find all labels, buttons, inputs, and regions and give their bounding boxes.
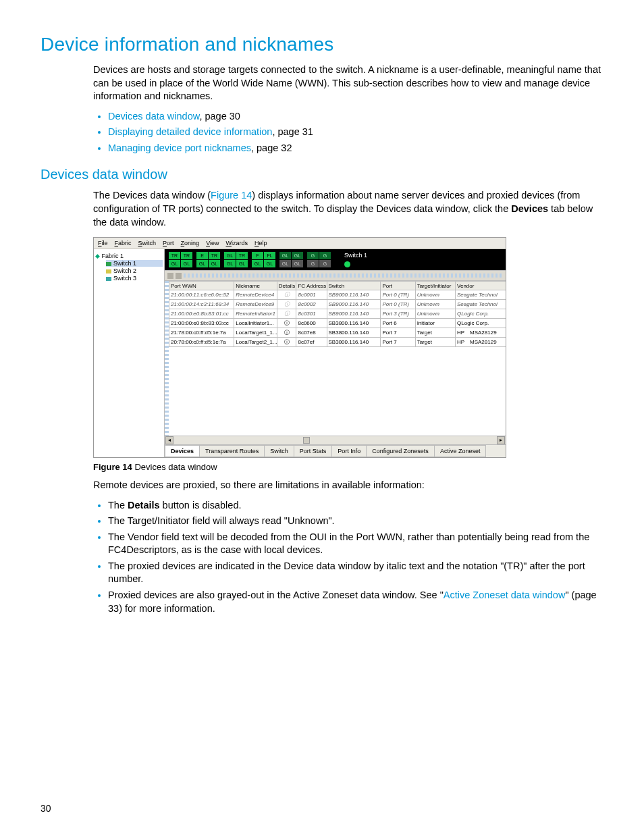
toc-list: Devices data window, page 30Displaying d… (93, 110, 603, 155)
switch-port[interactable]: GL (279, 260, 291, 267)
switch-port[interactable]: F (252, 252, 263, 259)
tab-devices[interactable]: Devices (165, 445, 200, 457)
column-header[interactable]: Switch (327, 282, 381, 290)
table-cell: 8c0002 (296, 300, 327, 309)
data-window-tabs: DevicesTransparent RoutesSwitchPort Stat… (165, 444, 506, 457)
tab-configured-zonesets[interactable]: Configured Zonesets (366, 445, 435, 457)
menu-fabric[interactable]: Fabric (115, 240, 132, 246)
switch-port[interactable]: GL (181, 260, 192, 267)
menu-view[interactable]: View (206, 240, 219, 246)
table-row[interactable]: 21:00:00:e0:8b:83:01:ccRemoteInitiator1ⓘ… (169, 309, 506, 319)
switch-port[interactable]: GL (196, 260, 208, 267)
tree-switch-node[interactable]: Switch 3 (106, 275, 163, 282)
switch-port[interactable]: GL (252, 260, 263, 267)
switch-port[interactable]: G (307, 260, 319, 267)
table-cell: 8c0301 (296, 309, 327, 319)
figure-14-link[interactable]: Figure 14 (211, 190, 252, 201)
switch-port[interactable]: GL (292, 252, 303, 259)
tab-transparent-routes[interactable]: Transparent Routes (199, 445, 265, 457)
horizontal-scrollbar[interactable]: ◂ ▸ (165, 436, 506, 444)
tab-switch[interactable]: Switch (264, 445, 294, 457)
table-cell: LocalTarget2_1... (234, 338, 277, 347)
menubar: FileFabricSwitchPortZoningViewWizardsHel… (94, 238, 506, 249)
switch-port[interactable]: GL (279, 252, 291, 259)
table-cell: 21:00:00:11:c6:e6:0e:52 (169, 290, 234, 300)
page-number: 30 (41, 803, 51, 814)
switch-port[interactable]: G (319, 260, 331, 267)
figure-14-caption: Figure 14 Devices data window (93, 462, 603, 472)
switch-port[interactable]: FL (264, 252, 275, 259)
table-cell: Target (415, 328, 455, 338)
switch-port[interactable]: E (196, 252, 208, 259)
column-header[interactable]: FC Address (296, 282, 327, 290)
table-cell: Port 7 (381, 338, 415, 347)
column-header[interactable]: Details (277, 282, 296, 290)
column-header[interactable]: Target/Initiator (415, 282, 455, 290)
table-row[interactable]: 21:00:00:e0:8b:83:03:ccLocalInitiator1..… (169, 319, 506, 328)
details-button[interactable]: ⓘ (277, 319, 296, 328)
details-button[interactable]: ⓘ (277, 328, 296, 338)
switch-port[interactable]: TR (169, 252, 180, 259)
tree-fabric-node[interactable]: ◆ Fabric 1 (95, 253, 163, 259)
table-cell: Port 0 (TR) (381, 300, 415, 309)
table-cell: 21:00:00:e0:8b:83:03:cc (169, 319, 234, 328)
tab-active-zoneset[interactable]: Active Zoneset (434, 445, 487, 457)
toc-link[interactable]: Displaying detailed device information (108, 126, 272, 137)
details-button: ⓘ (277, 300, 296, 309)
switch-port[interactable]: G (319, 252, 331, 259)
menu-help[interactable]: Help (254, 240, 267, 246)
limitation-item: Proxied devices are also grayed-out in t… (108, 589, 603, 615)
switch-port[interactable]: GL (264, 260, 275, 267)
tab-port-stats[interactable]: Port Stats (294, 445, 333, 457)
switch-port[interactable]: GL (292, 260, 303, 267)
tree-switch-node[interactable]: Switch 1 (106, 260, 163, 267)
toolbar-icon[interactable] (167, 273, 173, 279)
intro-paragraph: Devices are hosts and storage targets co… (93, 63, 603, 103)
table-cell: 21:78:00:c0:ff:d5:1e:7a (169, 328, 234, 338)
table-cell: 21:00:00:e0:8b:83:01:cc (169, 309, 234, 319)
column-header[interactable]: Port WWN (169, 282, 234, 290)
scroll-right-icon[interactable]: ▸ (497, 436, 505, 444)
table-cell: QLogic Corp. (456, 309, 506, 319)
column-header[interactable]: Vendor (456, 282, 506, 290)
switch-port[interactable]: GL (209, 260, 220, 267)
table-cell: Port 3 (TR) (381, 309, 415, 319)
menu-switch[interactable]: Switch (138, 240, 157, 246)
grid-mini-toolbar (165, 270, 506, 281)
table-row[interactable]: 20:78:00:c0:ff:d5:1e:7aLocalTarget2_1...… (169, 338, 506, 347)
toc-link[interactable]: Managing device port nicknames (108, 142, 251, 153)
switch-port[interactable]: GL (224, 252, 236, 259)
table-row[interactable]: 21:00:00:14:c3:11:69:34RemoteDevice9ⓘ8c0… (169, 300, 506, 309)
switch-port[interactable]: TR (209, 252, 220, 259)
toolbar-icon[interactable] (176, 273, 182, 279)
switch-port[interactable]: GL (224, 260, 236, 267)
menu-zoning[interactable]: Zoning (181, 240, 200, 246)
column-header[interactable]: Port (381, 282, 415, 290)
table-cell: SB3800.116.140 (327, 338, 381, 347)
switch-port[interactable]: GL (236, 260, 248, 267)
menu-port[interactable]: Port (163, 240, 174, 246)
switch-port[interactable]: GL (169, 260, 180, 267)
toc-link[interactable]: Devices data window (108, 111, 199, 122)
figure-14-app-window: FileFabricSwitchPortZoningViewWizardsHel… (93, 237, 506, 458)
table-cell: Initiator (415, 319, 455, 328)
column-header[interactable]: Nickname (234, 282, 277, 290)
fabric-tree: ◆ Fabric 1Switch 1Switch 2Switch 3 (94, 249, 165, 457)
tab-port-info[interactable]: Port Info (331, 445, 367, 457)
menu-wizards[interactable]: Wizards (225, 240, 248, 246)
table-cell: 8c07ef (296, 338, 327, 347)
switch-port[interactable]: TR (236, 252, 248, 259)
switch-port[interactable]: TR (181, 252, 192, 259)
table-cell: Seagate Technol (456, 290, 506, 300)
menu-file[interactable]: File (98, 240, 108, 246)
table-cell: LocalTarget1_1... (234, 328, 277, 338)
table-row[interactable]: 21:78:00:c0:ff:d5:1e:7aLocalTarget1_1...… (169, 328, 506, 338)
toc-item: Displaying detailed device information, … (108, 126, 603, 139)
details-button[interactable]: ⓘ (277, 338, 296, 347)
scroll-left-icon[interactable]: ◂ (165, 436, 173, 444)
table-row[interactable]: 21:00:00:11:c6:e6:0e:52RemoteDevice4ⓘ8c0… (169, 290, 506, 300)
active-zoneset-link[interactable]: Active Zoneset data window (444, 590, 566, 600)
tree-switch-node[interactable]: Switch 2 (106, 267, 163, 274)
toc-item: Managing device port nicknames, page 32 (108, 142, 603, 155)
switch-port[interactable]: G (307, 252, 319, 259)
